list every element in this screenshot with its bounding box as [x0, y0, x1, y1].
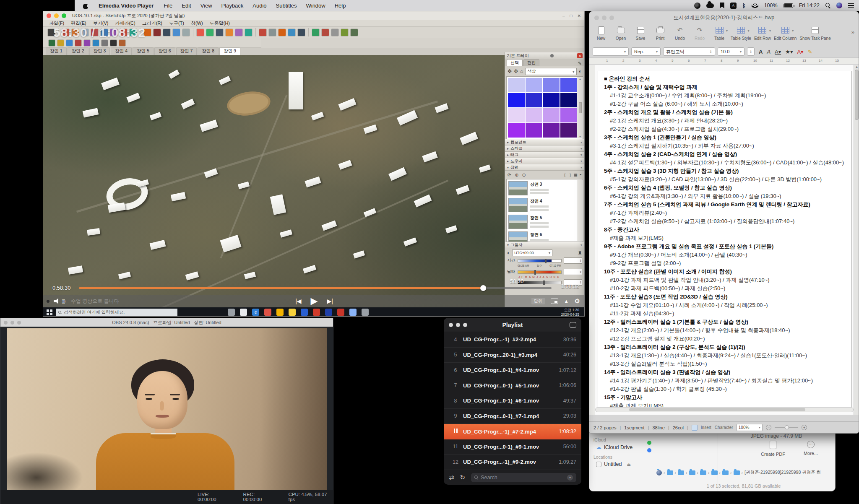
traffic-lights[interactable]	[47, 13, 66, 18]
minimize-glyph[interactable]: –	[562, 13, 565, 18]
color-swatch[interactable]	[560, 123, 577, 138]
playlist-row[interactable]: 9UD_CG-Progr...0-1)_#7-1.mp429:03	[444, 409, 581, 424]
menubar-menu-window[interactable]: Window	[306, 3, 325, 9]
notification-center-icon[interactable]	[848, 3, 854, 8]
tool-icon[interactable]	[196, 29, 204, 36]
hwp-tool-undo[interactable]: ↶Undo	[672, 26, 688, 41]
tool-icon[interactable]	[57, 39, 64, 47]
tool-icon[interactable]	[331, 29, 339, 36]
refresh-scene-icon[interactable]: ⟳	[508, 172, 511, 178]
back-arrow-icon[interactable]: ✥	[508, 68, 512, 74]
tool-icon[interactable]	[119, 39, 126, 47]
playlist-row[interactable]: 11UD_CG-Progr...0-1)_#9-1.mov56:00	[444, 439, 581, 455]
tool-icon[interactable]	[75, 39, 82, 47]
scene-list-item[interactable]: 장면 4	[508, 198, 577, 212]
close-glyph[interactable]: ✕	[578, 13, 581, 18]
view-mode-icon[interactable]: ▦	[574, 173, 578, 177]
tool-icon[interactable]	[312, 29, 320, 36]
playlist-row[interactable]: 12UD_CG-Progr...-1)_#9-2.mov1:09:27	[444, 455, 581, 470]
options2-icon[interactable]: ❳	[569, 173, 572, 177]
style-dropdown[interactable]: ▾	[593, 47, 629, 56]
hwp-tool-redo[interactable]: ↷Redo	[691, 26, 708, 41]
horizontal-scrollbar[interactable]	[595, 407, 854, 412]
tool-icon[interactable]	[297, 29, 305, 36]
highlight-button[interactable]: ✎	[808, 49, 812, 55]
forward-arrow-icon[interactable]: ✥	[514, 68, 518, 74]
document-page[interactable]: ■ 온라인 강의 순서1주 - 강의소개 / 실습 및 재택수업 과제#1-1강…	[598, 71, 852, 409]
dropdown-chevron-icon[interactable]: ▾	[726, 29, 728, 33]
tray-header[interactable]: 기본 트레이 ✕	[505, 52, 584, 59]
color-swatch[interactable]	[526, 93, 542, 107]
section-chevron-icon[interactable]: ▾	[580, 159, 582, 163]
color-swatch[interactable]	[543, 93, 560, 107]
menubar-menu-file[interactable]: File	[164, 3, 172, 9]
playlist-row[interactable]: 7UD_CG-Progr...0-1)_#5-1.mov1:06:06	[444, 378, 581, 394]
eyedropper-icon[interactable]: ✎	[578, 61, 582, 66]
scene-tab-장면-4[interactable]: 장면 4	[111, 47, 132, 55]
menubar-menu-edit[interactable]: Edit	[182, 3, 191, 9]
tool-icon[interactable]	[83, 39, 91, 47]
taskbar-app-icon[interactable]	[264, 309, 271, 316]
menubar-menu-playback[interactable]: Playback	[221, 3, 244, 9]
tab-select[interactable]: 선택	[507, 59, 523, 66]
template-dropdown[interactable]: Rep.▾	[631, 47, 661, 56]
size-stepper[interactable]: ⇕	[747, 47, 755, 56]
color-swatch[interactable]	[508, 108, 525, 122]
scene-list-item[interactable]: 장면 3	[508, 181, 577, 195]
scene-tab-장면-2[interactable]: 장면 2	[68, 47, 89, 55]
section-도우미[interactable]: ▸도우미▾	[505, 158, 584, 164]
tool-icon[interactable]	[101, 39, 108, 47]
playlist-row[interactable]: 4UD_CG-Progr...-1)_#2-2.mp430:36	[444, 332, 581, 348]
windows-search-box[interactable]: 검색하려면 여기에 입력하세요.	[56, 309, 177, 316]
menubar-menu-subtitles[interactable]: Subtitles	[276, 3, 297, 9]
tool-icon[interactable]	[163, 29, 171, 36]
panel-collapse-icon[interactable]: ▲	[564, 299, 569, 304]
taskbar-app-icon[interactable]	[337, 309, 344, 316]
scene-tab-장면-1[interactable]: 장면 1	[46, 47, 67, 55]
sample-paint-icon[interactable]: ◐	[579, 68, 582, 74]
scene-tab-장면-3[interactable]: 장면 3	[89, 47, 110, 55]
utc-dropdown[interactable]: UTC+09:00▾	[512, 249, 552, 256]
minimize-button[interactable]	[54, 13, 59, 18]
taskbar-app-icon[interactable]: e	[252, 309, 259, 316]
section-chevron-icon[interactable]: ▾	[580, 166, 582, 169]
tool-icon[interactable]	[278, 29, 286, 36]
taskbar-app-icon[interactable]	[289, 309, 296, 316]
taskbar-app-icon[interactable]	[240, 309, 247, 316]
section-chevron-icon[interactable]: ▾	[580, 147, 582, 151]
section-chevron-icon[interactable]: ▾	[580, 140, 582, 144]
dropdown-chevron-icon[interactable]: ▾	[747, 29, 749, 33]
font-color-button[interactable]: A▾	[797, 49, 803, 55]
color-swatch[interactable]	[543, 78, 560, 92]
color-swatch[interactable]	[508, 93, 525, 107]
section-장면[interactable]: ▾장면▾	[505, 164, 584, 171]
seek-bar[interactable]: 58:30	[79, 287, 552, 289]
tool-icon[interactable]	[259, 29, 267, 36]
menubar-menu-audio[interactable]: Audio	[252, 3, 266, 9]
hwp-tool-save[interactable]: Save	[632, 26, 649, 41]
volume-icon[interactable]	[54, 298, 61, 304]
cloud-status-icon[interactable]	[706, 3, 714, 8]
hwp-tool-table-style[interactable]: ▾Table Style	[731, 26, 751, 41]
tool-icon[interactable]	[92, 39, 99, 47]
color-swatch[interactable]	[526, 78, 542, 92]
sketchup-menu-창-w[interactable]: 창(W)	[191, 20, 203, 26]
bold-button[interactable]: A	[759, 49, 763, 55]
scene-tab-장면-5[interactable]: 장면 5	[133, 47, 154, 55]
breadcrumb-folder-icon[interactable]	[678, 470, 684, 475]
repeat-icon[interactable]: ↻	[460, 474, 466, 481]
hwp-tool-new[interactable]: New	[593, 26, 609, 41]
tool-icon[interactable]	[268, 29, 276, 36]
create-pdf-action[interactable]: Create PDF	[758, 441, 788, 457]
siri-icon[interactable]	[836, 3, 842, 8]
tool-icon[interactable]	[153, 29, 161, 36]
effects-button[interactable]: ★▾	[785, 49, 793, 55]
playlist-row[interactable]: 6UD_CG-Progr...0-1)_#4-1.mov1:07:12	[444, 363, 581, 378]
home-icon[interactable]: ⌂	[520, 68, 523, 74]
sidebar-item-untitled[interactable]: Untitled⏏	[596, 461, 652, 467]
taskbar-app-icon[interactable]	[301, 309, 308, 316]
hwp-tool-edit-row[interactable]: ▾Edit Row	[754, 26, 771, 41]
maximize-glyph[interactable]: □	[570, 13, 573, 18]
insert-mode-icon[interactable]	[692, 425, 698, 431]
sketchup-menu-도움말-h[interactable]: 도움말(H)	[210, 20, 230, 26]
